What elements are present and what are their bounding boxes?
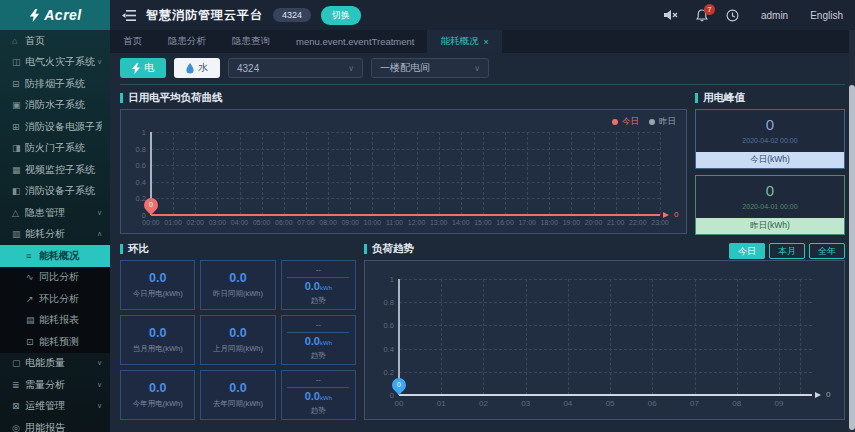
huanbi-card-4: 0.0上月同期(kWh)	[200, 315, 275, 365]
close-icon[interactable]: ×	[483, 37, 488, 47]
x-tick-label: 00:00	[142, 219, 160, 226]
data-point-pin: 0	[389, 375, 409, 395]
sidebar-item-fire-equipment[interactable]: ◧消防设备子系统	[0, 181, 110, 203]
main-area: 首页隐患分析隐患查询menu.event.eventTreatment能耗概况×…	[110, 30, 855, 432]
sidebar-subitem-energy-forecast[interactable]: ⊡能耗预测	[0, 331, 110, 353]
tab-4[interactable]: 能耗概况×	[427, 30, 501, 53]
sidebar-item-smoke-exhaust[interactable]: ⊟防排烟子系统	[0, 73, 110, 95]
sidebar-item-label: 用能报告	[25, 421, 102, 432]
quality-icon: ▢	[12, 358, 25, 368]
sidebar-collapse-icon[interactable]	[122, 10, 136, 21]
sidebar-subitem-energy-report[interactable]: ▤能耗报表	[0, 310, 110, 332]
x-tick-label: 01	[437, 399, 446, 408]
grid-line	[610, 279, 611, 395]
water-system-icon: ▣	[12, 100, 25, 110]
stat-value: 0.0	[149, 381, 166, 395]
scrollbar-thumb[interactable]	[849, 85, 855, 430]
sidebar-item-label: 消防设备电源子系统	[25, 120, 102, 134]
x-tick-label: 21:00	[607, 219, 625, 226]
sidebar-item-label: 首页	[25, 34, 102, 48]
sidebar-item-hazard-mgmt[interactable]: △隐患管理∨	[0, 202, 110, 224]
sidebar-menu: ⌂首页◫电气火灾子系统∨⊟防排烟子系统▣消防水子系统⊞消防设备电源子系统◨防火门…	[0, 30, 110, 432]
page-title: 智慧消防管理云平台	[146, 7, 263, 24]
sidebar-item-label: 电能质量	[25, 356, 95, 370]
tab-0[interactable]: 首页	[110, 30, 155, 53]
sidebar-subitem-mom-analysis[interactable]: ↗环比分析	[0, 288, 110, 310]
water-filter-button[interactable]: 水	[174, 58, 220, 78]
range-button-1[interactable]: 本月	[769, 243, 805, 259]
trend-divider	[287, 387, 349, 388]
sidebar-item-label: 电气火灾子系统	[25, 55, 95, 69]
x-tick-label: 14:00	[452, 219, 470, 226]
user-menu[interactable]: admin	[761, 10, 788, 21]
sidebar-item-power-quality[interactable]: ▢电能质量∨	[0, 353, 110, 375]
switch-station-button[interactable]: 切换	[321, 6, 361, 25]
device-select[interactable]: 4324 ∨	[228, 58, 363, 78]
axis-end-label: 0	[674, 210, 678, 219]
sidebar-item-fire-water[interactable]: ▣消防水子系统	[0, 95, 110, 117]
huanbi-title-row: 环比	[120, 242, 356, 256]
sidebar-item-ops-mgmt[interactable]: ⊠运维管理∨	[0, 396, 110, 418]
trend-divider	[287, 332, 349, 333]
grid-line	[527, 132, 528, 215]
sidebar-item-demand-analysis[interactable]: ≣需量分析∨	[0, 374, 110, 396]
room-select[interactable]: 一楼配电间 ∨	[371, 58, 489, 78]
sidebar-item-electrical-fire[interactable]: ◫电气火灾子系统∨	[0, 52, 110, 74]
grid-line	[594, 132, 595, 215]
x-tick-label: 01:00	[164, 219, 182, 226]
grid-line	[372, 132, 373, 215]
sidebar-item-label: 视频监控子系统	[25, 163, 102, 177]
stat-label: 去年同期(kWh)	[213, 399, 263, 409]
huanbi-grid: 0.0今日用电(kWh)0.0昨日同期(kWh)--0.0kWh趋势0.0当月用…	[120, 260, 356, 420]
sidebar-item-fire-door[interactable]: ◨防火门子系统	[0, 138, 110, 160]
forecast-icon: ⊡	[26, 337, 39, 347]
notifications-bell-icon[interactable]: 7	[696, 9, 708, 22]
power-icon: ⊞	[12, 122, 25, 132]
stat-value: 0.0	[149, 271, 166, 285]
range-button-2[interactable]: 全年	[809, 243, 845, 259]
sidebar-item-energy-usage-report[interactable]: ◎用能报告	[0, 417, 110, 432]
filter-bar: 电 水 4324 ∨ 一楼配电间 ∨	[110, 53, 855, 83]
tab-2[interactable]: 隐患查询	[219, 30, 283, 53]
sidebar-item-video-monitor[interactable]: ▦视频监控子系统	[0, 159, 110, 181]
grid-line	[483, 279, 484, 395]
peak-title-row: 用电峰值	[695, 91, 845, 105]
x-tick-label: 02:00	[186, 219, 204, 226]
row-bottom: 环比 0.0今日用电(kWh)0.0昨日同期(kWh)--0.0kWh趋势0.0…	[120, 242, 845, 420]
grid-line	[800, 279, 801, 395]
sidebar-item-equipment-power[interactable]: ⊞消防设备电源子系统	[0, 116, 110, 138]
trend-label: 趋势	[311, 296, 326, 306]
vertical-scrollbar[interactable]	[849, 30, 855, 432]
stat-value: 0.0	[229, 381, 246, 395]
sidebar-subitem-yoy-analysis[interactable]: ∿同比分析	[0, 267, 110, 289]
language-switch[interactable]: English	[810, 10, 843, 21]
history-clock-icon[interactable]	[726, 9, 739, 22]
trend-value: 0.0kWh	[305, 336, 332, 349]
mute-speaker-icon[interactable]	[664, 9, 678, 21]
chevron-down-icon: ∨	[97, 209, 102, 217]
x-tick-label: 07:00	[297, 219, 315, 226]
sidebar-subitem-energy-overview[interactable]: ≡能耗概况	[0, 245, 110, 267]
tab-1[interactable]: 隐患分析	[155, 30, 219, 53]
legend-item-1[interactable]: 昨日	[649, 116, 676, 128]
sidebar-item-energy-analysis[interactable]: ▥能耗分析∧	[0, 224, 110, 246]
huanbi-card-8: --0.0kWh趋势	[281, 370, 356, 420]
electric-filter-button[interactable]: 电	[120, 58, 166, 78]
grid-line	[217, 132, 218, 215]
title-accent-bar	[120, 93, 123, 103]
tab-3[interactable]: menu.event.eventTreatment	[283, 30, 427, 53]
stat-value: 0.0	[229, 326, 246, 340]
water-filter-label: 水	[198, 61, 208, 75]
huanbi-panel: 环比 0.0今日用电(kWh)0.0昨日同期(kWh)--0.0kWh趋势0.0…	[120, 242, 356, 420]
x-tick-label: 23:00	[651, 219, 669, 226]
sidebar-item-label: 同比分析	[39, 270, 102, 284]
x-tick-label: 22:00	[629, 219, 647, 226]
range-button-0[interactable]: 今日	[729, 243, 765, 259]
chart-plot: 10.80.60.40.200001020304050607080900	[399, 279, 812, 395]
sidebar-item-home[interactable]: ⌂首页	[0, 30, 110, 52]
legend-item-0[interactable]: 今日	[612, 116, 639, 128]
y-tick-label: 0.4	[136, 177, 146, 186]
trend-label: 趋势	[311, 406, 326, 416]
grid-line	[262, 132, 263, 215]
legend-label: 今日	[622, 116, 639, 128]
